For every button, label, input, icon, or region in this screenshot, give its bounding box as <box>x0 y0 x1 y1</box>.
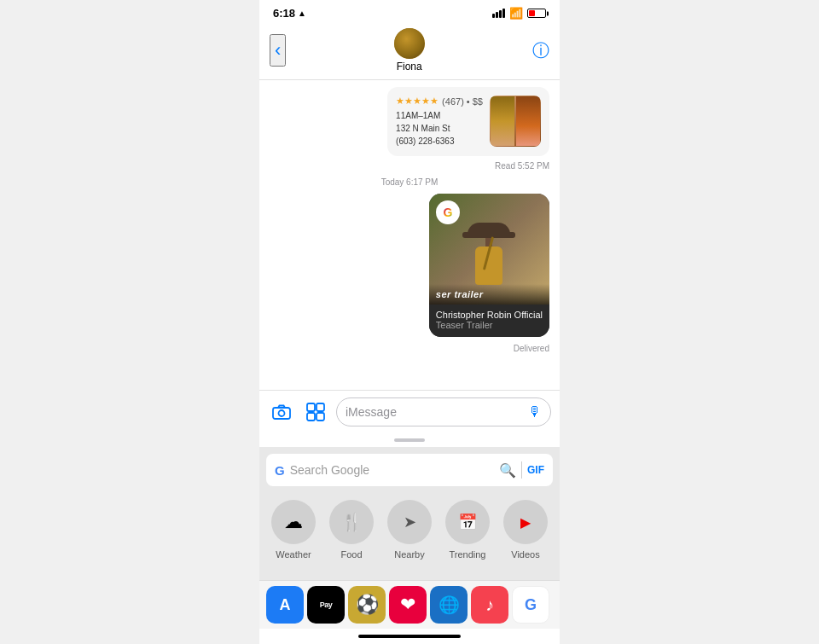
google-app-icon[interactable]: G <box>512 586 549 624</box>
battery-fill <box>529 10 535 16</box>
svg-rect-5 <box>317 413 324 421</box>
apple-pay-icon[interactable]: Pay <box>307 586 345 624</box>
wifi-icon: 📶 <box>509 7 523 20</box>
quick-action-nearby[interactable]: ➤ Nearby <box>386 500 433 560</box>
search-icon[interactable]: 🔍 <box>499 462 516 479</box>
svg-rect-3 <box>317 403 324 411</box>
web-icon[interactable]: 🌐 <box>430 586 468 624</box>
quick-actions: ☁ Weather 🍴 Food ➤ Nearby 📅 Tre <box>259 493 560 573</box>
videos-label: Videos <box>511 549 539 560</box>
home-pill <box>358 635 461 638</box>
music-icon[interactable]: ♪ <box>471 586 508 624</box>
nearby-icon-circle: ➤ <box>387 500 432 544</box>
read-time: Read 5:52 PM <box>270 161 549 171</box>
svg-rect-2 <box>307 403 315 411</box>
mic-button[interactable]: 🎙 <box>528 404 542 420</box>
video-thumbnail: G ser trailer <box>429 194 549 305</box>
videos-icon: ▶ <box>520 514 531 531</box>
svg-rect-4 <box>307 413 315 421</box>
location-icon: ▲ <box>298 9 306 18</box>
quick-action-trending[interactable]: 📅 Trending <box>444 500 491 560</box>
video-subtitle: Teaser Trailer <box>436 320 543 330</box>
restaurant-phone: (603) 228-6363 <box>396 135 483 148</box>
status-bar: 6:18 ▲ 📶 <box>259 0 560 23</box>
food-icon: 🍴 <box>341 512 363 532</box>
time-display: 6:18 <box>273 7 295 20</box>
contact-name: Fiona <box>397 61 422 73</box>
heart-app-icon[interactable]: ❤ <box>389 586 427 624</box>
chat-area[interactable]: ★★★★★ (467) • $$ 11AM–1AM 132 N Main St … <box>259 80 560 390</box>
drag-handle <box>259 433 560 447</box>
video-card[interactable]: G ser trailer <box>429 194 549 337</box>
home-indicator <box>259 629 560 644</box>
quick-action-videos[interactable]: ▶ Videos <box>502 500 549 560</box>
apps-button[interactable] <box>302 398 329 426</box>
restaurant-card: ★★★★★ (467) • $$ 11AM–1AM 132 N Main St … <box>387 87 549 156</box>
weather-icon-circle: ☁ <box>271 500 316 544</box>
food-icon-circle: 🍴 <box>329 500 374 544</box>
restaurant-hours: 11AM–1AM <box>396 109 483 122</box>
search-divider <box>521 461 522 479</box>
status-time: 6:18 ▲ <box>273 7 306 20</box>
weather-icon: ☁ <box>284 511 303 533</box>
timestamp-center: Today 6:17 PM <box>270 177 549 187</box>
google-panel: G Search Google 🔍 GIF ☁ Weather 🍴 Food <box>259 447 560 580</box>
trending-label: Trending <box>449 549 485 560</box>
video-title: Christopher Robin Official <box>436 310 543 320</box>
app-dock: A Pay ⚽ ❤ 🌐 ♪ G <box>259 580 560 629</box>
message-input-placeholder: iMessage <box>346 405 528 419</box>
phone-frame: 6:18 ▲ 📶 ‹ Fiona ⓘ <box>259 0 560 644</box>
gif-button[interactable]: GIF <box>527 464 544 476</box>
avatar-image <box>394 28 425 59</box>
app-store-icon[interactable]: A <box>266 586 304 624</box>
restaurant-address: 132 N Main St <box>396 122 483 135</box>
google-search-bar[interactable]: G Search Google 🔍 GIF <box>266 454 553 486</box>
bear-figure <box>468 223 510 285</box>
nearby-label: Nearby <box>394 549 424 560</box>
google-g-logo: G <box>275 464 285 477</box>
restaurant-details: 11AM–1AM 132 N Main St (603) 228-6363 <box>396 109 483 148</box>
info-button[interactable]: ⓘ <box>532 39 549 62</box>
weather-label: Weather <box>276 549 311 560</box>
message-header: ‹ Fiona ⓘ <box>259 23 560 80</box>
video-overlay-text: ser trailer <box>436 289 543 299</box>
food-image-2 <box>516 96 540 146</box>
contact-info: Fiona <box>394 28 425 73</box>
google-logo: G <box>436 200 460 224</box>
svg-point-1 <box>279 410 285 416</box>
quick-action-weather[interactable]: ☁ Weather <box>270 500 317 560</box>
svg-rect-0 <box>273 408 290 419</box>
input-area: iMessage 🎙 <box>259 390 560 433</box>
back-button[interactable]: ‹ <box>270 34 286 67</box>
message-input-container[interactable]: iMessage 🎙 <box>336 397 551 426</box>
battery-icon <box>527 9 546 18</box>
avatar[interactable] <box>394 28 425 59</box>
videos-icon-circle: ▶ <box>503 500 548 544</box>
quick-action-food[interactable]: 🍴 Food <box>328 500 375 560</box>
delivered-text: Delivered <box>270 344 549 353</box>
trending-icon: 📅 <box>458 513 477 531</box>
status-icons: 📶 <box>492 7 546 20</box>
restaurant-thumbnail <box>490 96 541 147</box>
nearby-icon: ➤ <box>404 513 416 531</box>
camera-button[interactable] <box>268 398 295 426</box>
food-label: Food <box>340 549 362 560</box>
restaurant-rating: (467) • $$ <box>442 96 483 107</box>
video-text-overlay: ser trailer <box>429 284 549 305</box>
video-info: Christopher Robin Official Teaser Traile… <box>429 305 549 337</box>
food-image-1 <box>491 96 514 146</box>
drag-pill <box>394 438 425 442</box>
restaurant-stars: ★★★★★ <box>396 96 439 107</box>
soccer-icon[interactable]: ⚽ <box>348 586 386 624</box>
trending-icon-circle: 📅 <box>445 500 490 544</box>
signal-bars <box>492 9 505 18</box>
search-placeholder: Search Google <box>290 463 494 477</box>
